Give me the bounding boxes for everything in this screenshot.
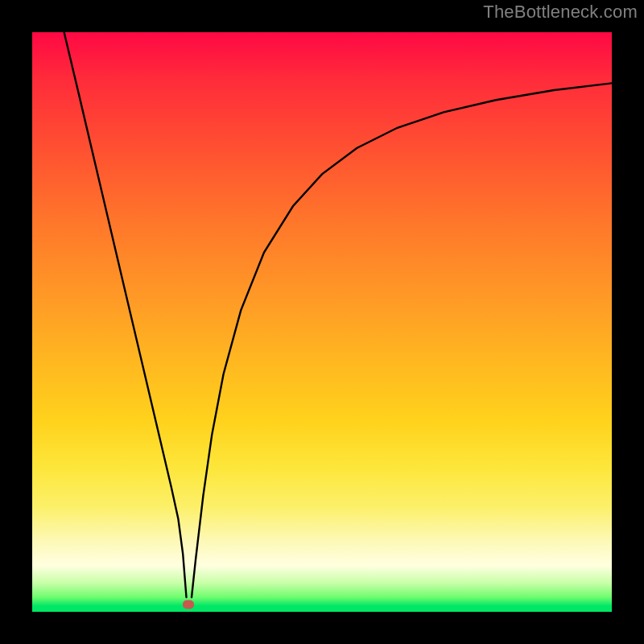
curve-right-branch <box>192 83 612 597</box>
curve-left-branch <box>64 32 187 597</box>
chart-frame: TheBottleneck.com <box>0 0 644 644</box>
plot-area <box>32 32 612 612</box>
vertex-marker <box>183 600 194 609</box>
curve-layer <box>32 32 612 612</box>
watermark-text: TheBottleneck.com <box>483 2 638 23</box>
